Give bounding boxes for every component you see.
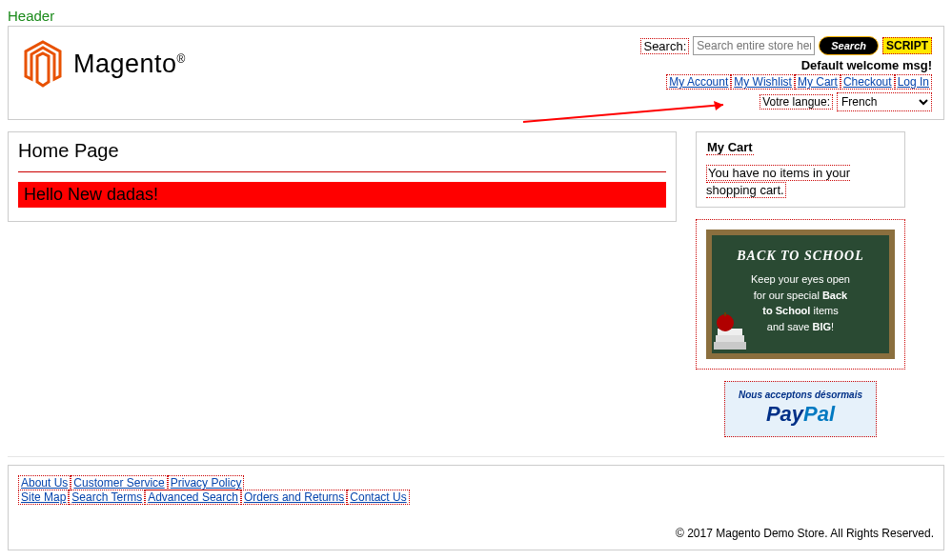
- footer-contact[interactable]: Contact Us: [347, 490, 409, 505]
- nav-my-account[interactable]: My Account: [666, 74, 731, 90]
- nav-my-wishlist[interactable]: My Wishlist: [731, 74, 795, 90]
- welcome-msg: Default welcome msg!: [640, 58, 932, 72]
- paypal-logo-icon: PayPal: [731, 402, 870, 427]
- brand-name: Magento®: [73, 50, 186, 79]
- svg-rect-2: [714, 342, 746, 350]
- search-button[interactable]: Search: [819, 36, 879, 55]
- svg-rect-6: [724, 312, 726, 316]
- main-content: Home Page Hello New dadas!: [8, 131, 677, 222]
- language-select[interactable]: French: [837, 92, 932, 111]
- hello-bar: Hello New dadas!: [18, 182, 666, 208]
- promo-title: BACK TO SCHOOL: [721, 249, 880, 264]
- footer-sitemap[interactable]: Site Map: [18, 490, 69, 505]
- script-tag: SCRIPT: [882, 37, 932, 54]
- footer-about[interactable]: About Us: [18, 475, 71, 490]
- search-label: Search:: [640, 38, 689, 54]
- nav-checkout[interactable]: Checkout: [841, 74, 895, 90]
- footer-privacy[interactable]: Privacy Policy: [168, 475, 245, 490]
- apple-books-icon: [712, 306, 750, 353]
- page-title: Home Page: [18, 140, 666, 166]
- footer: About UsCustomer ServicePrivacy Policy S…: [8, 465, 944, 550]
- logo-wrap: Magento®: [22, 40, 186, 88]
- cart-empty-msg: You have no items in your shopping cart.: [706, 165, 850, 198]
- nav-my-cart[interactable]: My Cart: [795, 74, 841, 90]
- title-underline: [18, 171, 666, 172]
- language-label: Votre langue:: [760, 94, 833, 110]
- footer-divider: [8, 456, 944, 457]
- footer-row-1: About UsCustomer ServicePrivacy Policy: [18, 475, 934, 490]
- svg-point-5: [717, 314, 734, 331]
- cart-box: My Cart You have no items in your shoppi…: [696, 131, 905, 208]
- paypal-accept-text: Nous acceptons désormais: [731, 390, 870, 400]
- footer-search-terms[interactable]: Search Terms: [69, 490, 145, 505]
- nav-links: My AccountMy WishlistMy CartCheckoutLog …: [640, 74, 932, 89]
- svg-rect-3: [716, 335, 744, 342]
- header-label: Header: [8, 8, 944, 24]
- paypal-banner: Nous acceptons désormais PayPal: [724, 381, 877, 437]
- magento-logo-icon: [22, 40, 64, 88]
- search-input[interactable]: [693, 36, 815, 55]
- cart-title: My Cart: [706, 140, 754, 155]
- footer-customer-service[interactable]: Customer Service: [71, 475, 167, 490]
- nav-log-in[interactable]: Log In: [895, 74, 932, 90]
- footer-advanced-search[interactable]: Advanced Search: [145, 490, 241, 505]
- copyright: © 2017 Magento Demo Store. All Rights Re…: [18, 527, 934, 540]
- promo-box: BACK TO SCHOOL Keep your eyes open for o…: [696, 219, 905, 370]
- header-box: Magento® Search: Search SCRIPT Default w…: [8, 26, 944, 120]
- footer-row-2: Site MapSearch TermsAdvanced SearchOrder…: [18, 490, 934, 504]
- footer-orders-returns[interactable]: Orders and Returns: [241, 490, 347, 505]
